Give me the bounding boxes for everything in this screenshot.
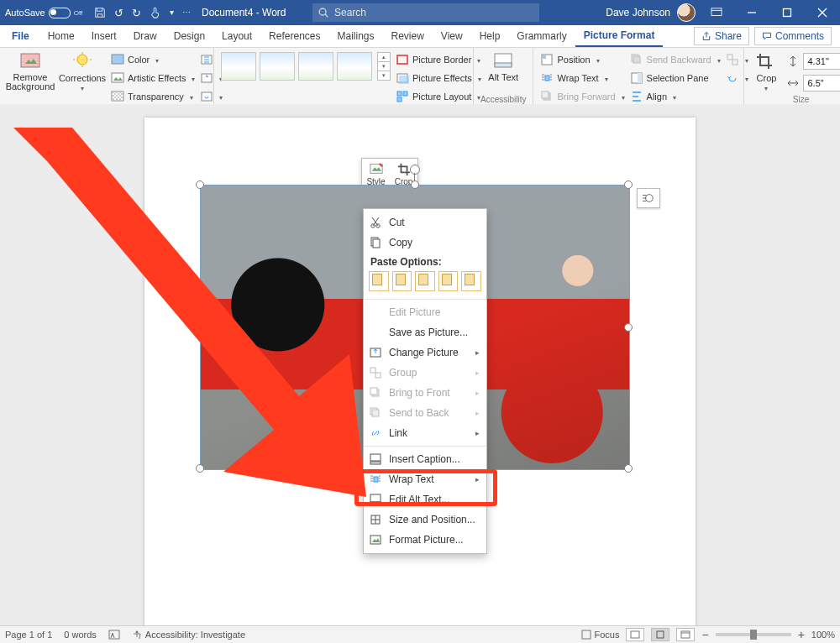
tab-mailings[interactable]: Mailings [328, 25, 382, 47]
resize-handle-br[interactable] [624, 464, 633, 473]
artistic-effects-button[interactable]: Artistic Effects [111, 70, 195, 86]
style-preset-3[interactable] [298, 52, 333, 81]
comments-button[interactable]: Comments [754, 27, 832, 45]
picture-border-button[interactable]: Picture Border [396, 51, 481, 68]
resize-handle-tl[interactable] [196, 180, 204, 189]
resize-handle-r[interactable] [624, 323, 633, 332]
document-area[interactable]: Style Crop [0, 104, 840, 626]
qat-customize-icon[interactable]: ▾ [170, 8, 174, 17]
search-placeholder: Search [334, 7, 366, 18]
align-button[interactable]: Align [630, 88, 721, 105]
tab-picture-format[interactable]: Picture Format [575, 25, 664, 47]
qat-overflow-icon[interactable]: ⋯ [182, 8, 191, 17]
maximize-button[interactable] [773, 0, 801, 25]
style-preset-4[interactable] [337, 52, 372, 81]
ctx-format-picture[interactable]: Format Picture... [364, 530, 486, 550]
close-button[interactable] [808, 0, 837, 25]
resize-handle-l[interactable] [196, 323, 204, 332]
ribbon-display-icon[interactable] [702, 0, 731, 25]
redo-icon[interactable]: ↻ [132, 8, 141, 18]
tab-layout[interactable]: Layout [213, 25, 260, 47]
tab-review[interactable]: Review [383, 25, 433, 47]
style-preset-2[interactable] [260, 52, 295, 81]
ctx-cut[interactable]: Cut [364, 212, 486, 233]
send-backward-button[interactable]: Send Backward [630, 51, 721, 68]
status-page[interactable]: Page 1 of 1 [5, 630, 52, 640]
ctx-wrap-text[interactable]: Wrap Text▸ [364, 469, 486, 489]
status-bar: Page 1 of 1 0 words Accessibility: Inves… [0, 625, 840, 643]
touch-mode-icon[interactable] [150, 7, 161, 18]
autosave-toggle[interactable]: AutoSave Off [5, 8, 82, 18]
tab-home[interactable]: Home [39, 25, 83, 47]
paste-option-2[interactable] [392, 271, 412, 291]
style-gallery-nav[interactable]: ▴▾▾ [377, 52, 391, 81]
zoom-level[interactable]: 100% [811, 630, 835, 640]
tab-grammarly[interactable]: Grammarly [508, 25, 575, 47]
ctx-size-and-position[interactable]: Size and Position... [364, 510, 486, 530]
tab-draw[interactable]: Draw [125, 25, 165, 47]
remove-background-button[interactable]: Remove Background [7, 50, 54, 91]
view-print-layout[interactable] [651, 628, 669, 641]
selection-pane-button[interactable]: Selection Pane [630, 70, 721, 86]
ctx-save-as-picture[interactable]: Save as Picture... [364, 322, 486, 342]
zoom-slider[interactable] [716, 633, 791, 636]
tab-file[interactable]: File [3, 25, 39, 47]
compress-icon [200, 53, 213, 66]
ctx-insert-caption[interactable]: Insert Caption... [364, 449, 486, 469]
wrap-text-button[interactable]: Wrap Text [540, 70, 624, 86]
paste-option-3[interactable] [415, 271, 435, 291]
style-preset-1[interactable] [221, 52, 256, 81]
user-avatar-icon[interactable] [677, 3, 696, 22]
share-button[interactable]: Share [694, 27, 749, 45]
svg-rect-29 [403, 91, 407, 96]
height-input[interactable]: 4.31"▴▾ [803, 53, 840, 70]
status-words[interactable]: 0 words [64, 630, 97, 640]
picture-style-gallery[interactable]: ▴▾▾ [221, 50, 391, 81]
width-input[interactable]: 6.5"▴▾ [803, 75, 840, 91]
tab-help[interactable]: Help [471, 25, 509, 47]
crop-button[interactable]: Crop ▾ [751, 50, 781, 92]
ctx-edit-alt-text[interactable]: Edit Alt Text... [364, 489, 486, 510]
resize-handle-t[interactable] [411, 180, 419, 189]
caption-icon [369, 452, 382, 466]
view-read-mode[interactable] [626, 628, 644, 641]
svg-rect-27 [399, 76, 409, 84]
ctx-link[interactable]: Link▸ [364, 423, 486, 443]
user-name[interactable]: Dave Johnson [606, 7, 670, 18]
tab-design[interactable]: Design [165, 25, 213, 47]
resize-handle-bl[interactable] [196, 464, 204, 473]
position-button[interactable]: Position [540, 51, 624, 68]
group-size-label: Size [751, 95, 840, 104]
picture-effects-button[interactable]: Picture Effects [396, 70, 481, 86]
paste-option-1[interactable] [369, 271, 389, 291]
resize-handle-tr[interactable] [624, 180, 633, 189]
tab-insert[interactable]: Insert [83, 25, 125, 47]
tab-view[interactable]: View [433, 25, 471, 47]
status-focus[interactable]: Focus [581, 630, 620, 640]
minimize-button[interactable] [738, 0, 766, 25]
ctx-copy[interactable]: Copy [364, 233, 486, 253]
rotate-handle[interactable] [410, 165, 420, 175]
view-web-layout[interactable] [676, 628, 695, 641]
search-box[interactable]: Search [312, 3, 539, 22]
transparency-button[interactable]: Transparency [111, 88, 195, 105]
save-icon[interactable] [94, 7, 106, 18]
zoom-in-button[interactable]: + [798, 628, 805, 641]
paste-option-5[interactable] [461, 271, 481, 291]
status-spellcheck-icon[interactable] [108, 629, 120, 640]
ctx-edit-picture: Edit Picture [364, 302, 486, 322]
layout-options-button[interactable] [637, 188, 660, 208]
alt-text-button[interactable]: Alt Text [485, 50, 522, 82]
bring-forward-button[interactable]: Bring Forward [540, 88, 624, 105]
ctx-paste-options [364, 269, 486, 296]
undo-icon[interactable]: ↺ [114, 8, 123, 18]
status-accessibility[interactable]: Accessibility: Investigate [132, 630, 245, 640]
zoom-out-button[interactable]: − [701, 628, 708, 641]
group-accessibility: Alt Text Accessibility [474, 48, 533, 105]
paste-option-4[interactable] [438, 271, 459, 291]
corrections-button[interactable]: Corrections ▾ [59, 50, 106, 92]
picture-layout-button[interactable]: Picture Layout [396, 88, 481, 105]
tab-references[interactable]: References [260, 25, 328, 47]
ctx-change-picture[interactable]: Change Picture▸ [364, 342, 486, 363]
color-button[interactable]: Color [111, 51, 195, 68]
